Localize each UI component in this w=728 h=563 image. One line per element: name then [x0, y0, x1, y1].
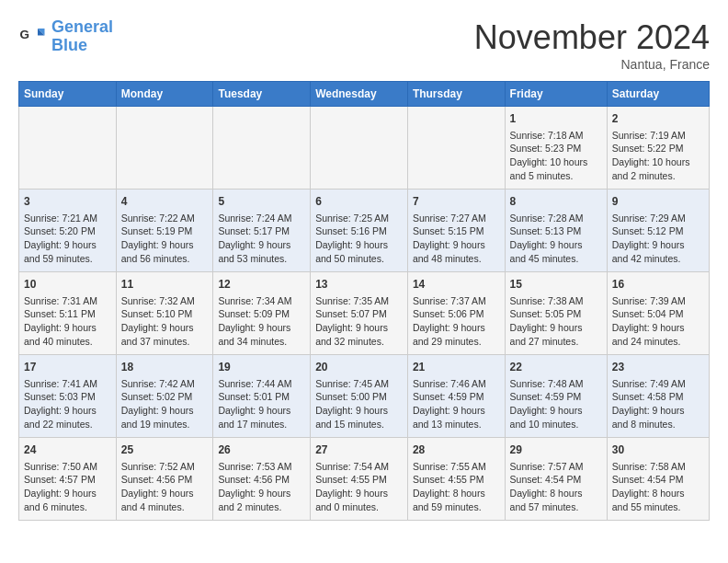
calendar-cell: 5Sunrise: 7:24 AMSunset: 5:17 PMDaylight… [213, 190, 311, 272]
calendar-cell [311, 107, 408, 190]
day-number: 19 [218, 360, 305, 375]
calendar-cell: 8Sunrise: 7:28 AMSunset: 5:13 PMDaylight… [505, 190, 607, 272]
day-number: 17 [24, 360, 111, 375]
day-info: and 2 minutes. [218, 500, 305, 514]
day-info: and 37 minutes. [121, 335, 209, 349]
calendar-cell: 15Sunrise: 7:38 AMSunset: 5:05 PMDayligh… [505, 272, 607, 355]
day-number: 20 [315, 360, 403, 375]
day-info: Sunset: 4:59 PM [413, 390, 500, 404]
day-number: 11 [121, 277, 209, 293]
day-info: Sunrise: 7:46 AM [413, 377, 500, 391]
calendar-cell: 26Sunrise: 7:53 AMSunset: 4:56 PMDayligh… [213, 438, 311, 521]
day-info: Sunrise: 7:38 AM [510, 294, 602, 308]
day-info: Sunset: 5:05 PM [510, 307, 602, 321]
day-number: 1 [510, 111, 602, 127]
calendar-cell: 29Sunrise: 7:57 AMSunset: 4:54 PMDayligh… [505, 438, 607, 521]
day-info: and 59 minutes. [413, 500, 500, 514]
calendar-cell: 30Sunrise: 7:58 AMSunset: 4:54 PMDayligh… [607, 438, 709, 521]
day-number: 9 [612, 194, 704, 210]
day-number: 12 [218, 277, 305, 293]
day-info: and 29 minutes. [413, 335, 500, 349]
day-info: Sunset: 4:56 PM [121, 473, 209, 487]
day-number: 30 [612, 442, 704, 458]
day-info: Daylight: 9 hours [315, 487, 403, 500]
day-info: Sunrise: 7:57 AM [510, 460, 602, 474]
day-info: Daylight: 9 hours [413, 238, 500, 252]
day-info: Sunset: 5:17 PM [218, 224, 305, 238]
day-info: Sunrise: 7:21 AM [24, 212, 111, 225]
day-header: Thursday [407, 82, 505, 107]
title-area: November 2024 Nantua, France [474, 18, 710, 72]
day-info: Sunset: 5:00 PM [315, 390, 403, 404]
day-info: and 24 minutes. [612, 335, 704, 349]
day-info: Sunset: 4:56 PM [218, 473, 305, 487]
day-number: 14 [413, 277, 500, 293]
day-info: Sunrise: 7:41 AM [24, 377, 111, 391]
day-info: Sunrise: 7:35 AM [315, 294, 403, 308]
calendar-cell: 12Sunrise: 7:34 AMSunset: 5:09 PMDayligh… [213, 272, 311, 355]
day-info: Sunset: 5:11 PM [24, 307, 111, 321]
day-info: Sunset: 5:04 PM [612, 307, 704, 321]
day-info: Sunset: 4:54 PM [510, 473, 602, 487]
calendar-cell: 27Sunrise: 7:54 AMSunset: 4:55 PMDayligh… [311, 438, 408, 521]
day-header: Monday [116, 82, 213, 107]
day-number: 24 [24, 442, 111, 458]
day-info: and 5 minutes. [510, 169, 602, 183]
day-number: 22 [510, 360, 602, 375]
day-info: Sunrise: 7:44 AM [218, 377, 305, 391]
day-info: Daylight: 9 hours [24, 404, 111, 418]
calendar-week-row: 17Sunrise: 7:41 AMSunset: 5:03 PMDayligh… [19, 355, 710, 438]
day-info: Sunset: 4:55 PM [413, 473, 500, 487]
day-info: Daylight: 10 hours [612, 155, 704, 169]
calendar-week-row: 24Sunrise: 7:50 AMSunset: 4:57 PMDayligh… [19, 438, 710, 521]
day-info: Sunset: 4:54 PM [612, 473, 704, 487]
day-number: 21 [413, 360, 500, 375]
day-number: 23 [612, 360, 704, 375]
day-info: Daylight: 9 hours [24, 487, 111, 500]
day-info: and 15 minutes. [315, 418, 403, 431]
day-info: and 42 minutes. [612, 252, 704, 266]
calendar-cell: 13Sunrise: 7:35 AMSunset: 5:07 PMDayligh… [311, 272, 408, 355]
day-info: and 19 minutes. [121, 418, 209, 431]
day-info: Daylight: 8 hours [413, 487, 500, 500]
day-info: Sunrise: 7:45 AM [315, 377, 403, 391]
calendar-week-row: 3Sunrise: 7:21 AMSunset: 5:20 PMDaylight… [19, 190, 710, 272]
day-info: Daylight: 9 hours [413, 321, 500, 335]
day-info: Sunrise: 7:19 AM [612, 129, 704, 143]
calendar-cell: 2Sunrise: 7:19 AMSunset: 5:22 PMDaylight… [607, 107, 709, 190]
day-number: 5 [218, 194, 305, 210]
day-info: Daylight: 9 hours [24, 321, 111, 335]
day-info: and 59 minutes. [24, 252, 111, 266]
day-info: Daylight: 9 hours [413, 404, 500, 418]
day-number: 7 [413, 194, 500, 210]
day-info: and 40 minutes. [24, 335, 111, 349]
header: G General Blue November 2024 Nantua, Fra… [18, 18, 710, 72]
day-info: Sunset: 5:06 PM [413, 307, 500, 321]
calendar-cell: 17Sunrise: 7:41 AMSunset: 5:03 PMDayligh… [19, 355, 117, 438]
day-info: Daylight: 8 hours [612, 487, 704, 500]
day-info: Daylight: 9 hours [24, 238, 111, 252]
day-info: and 6 minutes. [24, 500, 111, 514]
day-info: Sunset: 5:01 PM [218, 390, 305, 404]
day-info: Sunset: 5:15 PM [413, 224, 500, 238]
logo-icon: G [18, 23, 46, 51]
day-info: Daylight: 9 hours [218, 238, 305, 252]
day-info: Sunrise: 7:32 AM [121, 294, 209, 308]
day-number: 27 [315, 442, 403, 458]
day-info: Sunrise: 7:49 AM [612, 377, 704, 391]
day-info: Sunset: 5:03 PM [24, 390, 111, 404]
logo-line2: Blue [51, 36, 87, 54]
day-header: Wednesday [311, 82, 408, 107]
day-info: and 0 minutes. [315, 500, 403, 514]
day-number: 13 [315, 277, 403, 293]
day-info: Sunrise: 7:42 AM [121, 377, 209, 391]
day-info: Sunset: 5:12 PM [612, 224, 704, 238]
day-number: 4 [121, 194, 209, 210]
day-info: Sunset: 4:57 PM [24, 473, 111, 487]
day-info: and 32 minutes. [315, 335, 403, 349]
calendar-cell: 4Sunrise: 7:22 AMSunset: 5:19 PMDaylight… [116, 190, 213, 272]
day-info: Daylight: 9 hours [121, 404, 209, 418]
day-info: and 34 minutes. [218, 335, 305, 349]
svg-text:G: G [20, 27, 30, 40]
day-info: Sunset: 5:07 PM [315, 307, 403, 321]
